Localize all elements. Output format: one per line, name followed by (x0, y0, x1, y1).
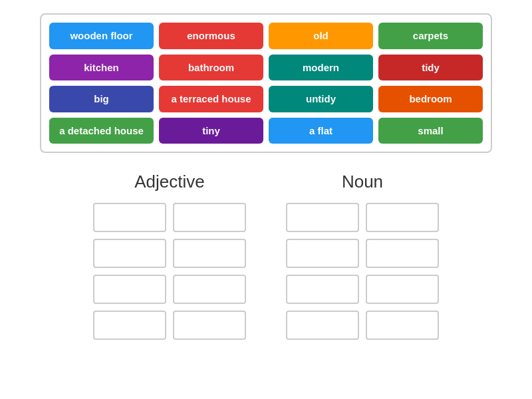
word-tile-small[interactable]: small (378, 118, 483, 144)
drop-cell[interactable] (286, 239, 359, 268)
drop-cell[interactable] (93, 275, 166, 304)
word-tile-bathroom[interactable]: bathroom (159, 55, 263, 81)
categories-section: Adjective Noun (40, 172, 492, 340)
drop-cell[interactable] (366, 203, 439, 232)
word-tile-carpets[interactable]: carpets (378, 23, 483, 49)
drop-cell[interactable] (286, 203, 359, 232)
word-tile-bedroom[interactable]: bedroom (378, 86, 483, 112)
word-tile-tidy[interactable]: tidy (378, 55, 483, 81)
drop-cell[interactable] (93, 203, 166, 232)
word-bank: wooden floorenormousoldcarpetskitchenbat… (40, 13, 492, 153)
word-tile-big[interactable]: big (49, 86, 154, 112)
word-tile-untidy[interactable]: untidy (269, 86, 373, 112)
word-tile-a-flat[interactable]: a flat (269, 118, 373, 144)
noun-category: Noun (286, 172, 439, 340)
word-tile-modern[interactable]: modern (269, 55, 373, 81)
drop-cell[interactable] (173, 239, 246, 268)
word-tile-a-terraced-house[interactable]: a terraced house (159, 86, 263, 112)
noun-title: Noun (342, 172, 383, 192)
adjective-category: Adjective (93, 172, 246, 340)
word-tile-a-detached-house[interactable]: a detached house (49, 118, 154, 144)
word-tile-kitchen[interactable]: kitchen (49, 55, 154, 81)
drop-cell[interactable] (366, 275, 439, 304)
drop-cell[interactable] (173, 275, 246, 304)
word-tile-tiny[interactable]: tiny (159, 118, 263, 144)
adjective-drop-grid (93, 203, 246, 340)
drop-cell[interactable] (173, 311, 246, 340)
drop-cell[interactable] (366, 239, 439, 268)
adjective-title: Adjective (134, 172, 205, 192)
word-tile-wooden-floor[interactable]: wooden floor (49, 23, 154, 49)
word-tile-old[interactable]: old (269, 23, 373, 49)
drop-cell[interactable] (286, 311, 359, 340)
drop-cell[interactable] (173, 203, 246, 232)
word-tile-enormous[interactable]: enormous (159, 23, 263, 49)
drop-cell[interactable] (93, 311, 166, 340)
drop-cell[interactable] (93, 239, 166, 268)
page: wooden floorenormousoldcarpetskitchenbat… (0, 0, 532, 353)
noun-drop-grid (286, 203, 439, 340)
drop-cell[interactable] (366, 311, 439, 340)
drop-cell[interactable] (286, 275, 359, 304)
